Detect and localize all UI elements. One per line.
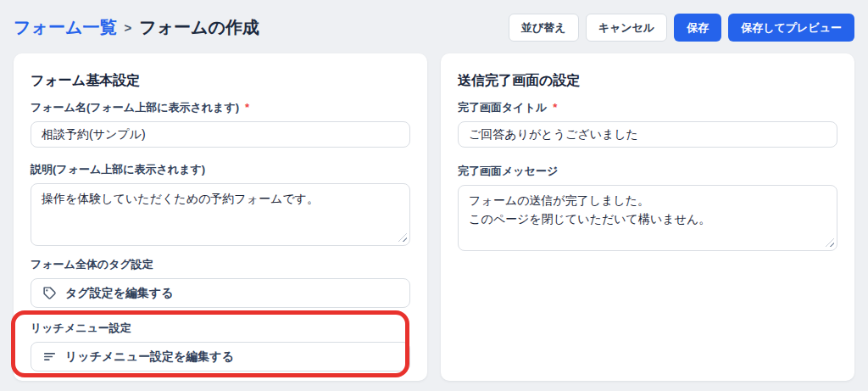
main-content: フォーム基本設定 フォーム名(フォーム上部に表示されます) * 説明(フォーム上…: [0, 53, 868, 381]
completion-title-label-text: 完了画面タイトル: [458, 101, 547, 115]
tag-settings-field-group: フォーム全体のタグ設定 タグ設定を編集する: [31, 258, 410, 308]
tag-settings-label-text: フォーム全体のタグ設定: [31, 258, 153, 271]
description-textarea[interactable]: 操作を体験していただくための予約フォームです。: [31, 183, 410, 246]
breadcrumb-link-form-list[interactable]: フォーム一覧: [14, 16, 116, 39]
completion-screen-settings-card: 送信完了画面の設定 完了画面タイトル * 完了画面メッセージ フォームの送信が完…: [441, 53, 854, 381]
cancel-button[interactable]: キャンセル: [586, 14, 668, 42]
completion-message-field-group: 完了画面メッセージ フォームの送信が完了しました。 このページを閉じていただいて…: [458, 165, 837, 251]
tag-icon: [42, 286, 57, 300]
edit-rich-menu-settings-button[interactable]: リッチメニュー設定を編集する: [31, 342, 410, 371]
description-field-group: 説明(フォーム上部に表示されます) 操作を体験していただくための予約フォームです…: [31, 163, 410, 246]
form-name-label: フォーム名(フォーム上部に表示されます) *: [31, 101, 410, 115]
description-label-text: 説明(フォーム上部に表示されます): [31, 163, 205, 176]
edit-tag-settings-button-label: タグ設定を編集する: [65, 286, 174, 301]
completion-message-label: 完了画面メッセージ: [458, 165, 837, 178]
save-button[interactable]: 保存: [674, 14, 721, 42]
completion-message-textarea-wrap: フォームの送信が完了しました。 このページを閉じていただいて構いません。: [458, 185, 837, 251]
breadcrumb-separator: >: [124, 20, 131, 35]
completion-title-label: 完了画面タイトル *: [458, 101, 837, 115]
completion-message-label-text: 完了画面メッセージ: [458, 165, 558, 178]
description-label: 説明(フォーム上部に表示されます): [31, 163, 410, 176]
required-mark: *: [553, 101, 557, 115]
completion-title-field-group: 完了画面タイトル *: [458, 101, 837, 148]
form-basic-settings-card: フォーム基本設定 フォーム名(フォーム上部に表示されます) * 説明(フォーム上…: [14, 53, 427, 381]
completion-title-input[interactable]: [458, 121, 837, 148]
menu-lines-icon: [42, 349, 57, 364]
tag-settings-label: フォーム全体のタグ設定: [31, 258, 410, 271]
rich-menu-label-text: リッチメニュー設定: [31, 321, 131, 335]
card-title-form-basic-settings: フォーム基本設定: [31, 72, 410, 89]
sort-button[interactable]: 並び替え: [509, 14, 579, 42]
rich-menu-label: リッチメニュー設定: [31, 321, 410, 335]
rich-menu-field-group: リッチメニュー設定 リッチメニュー設定を編集する: [31, 321, 410, 371]
edit-rich-menu-settings-button-label: リッチメニュー設定を編集する: [65, 349, 234, 365]
page-title: フォームの作成: [139, 16, 259, 39]
form-name-field-group: フォーム名(フォーム上部に表示されます) *: [31, 101, 410, 148]
breadcrumb: フォーム一覧 > フォームの作成: [14, 16, 259, 39]
save-and-preview-button[interactable]: 保存してプレビュー: [728, 14, 854, 42]
page-header: フォーム一覧 > フォームの作成 並び替え キャンセル 保存 保存してプレビュー: [0, 0, 868, 53]
form-name-input[interactable]: [31, 121, 410, 148]
description-textarea-wrap: 操作を体験していただくための予約フォームです。: [31, 183, 410, 246]
edit-tag-settings-button[interactable]: タグ設定を編集する: [31, 278, 410, 308]
completion-message-textarea[interactable]: フォームの送信が完了しました。 このページを閉じていただいて構いません。: [458, 185, 837, 251]
required-mark: *: [245, 101, 249, 115]
header-actions: 並び替え キャンセル 保存 保存してプレビュー: [509, 14, 854, 42]
form-name-label-text: フォーム名(フォーム上部に表示されます): [31, 101, 239, 115]
card-title-completion-settings: 送信完了画面の設定: [458, 72, 837, 89]
